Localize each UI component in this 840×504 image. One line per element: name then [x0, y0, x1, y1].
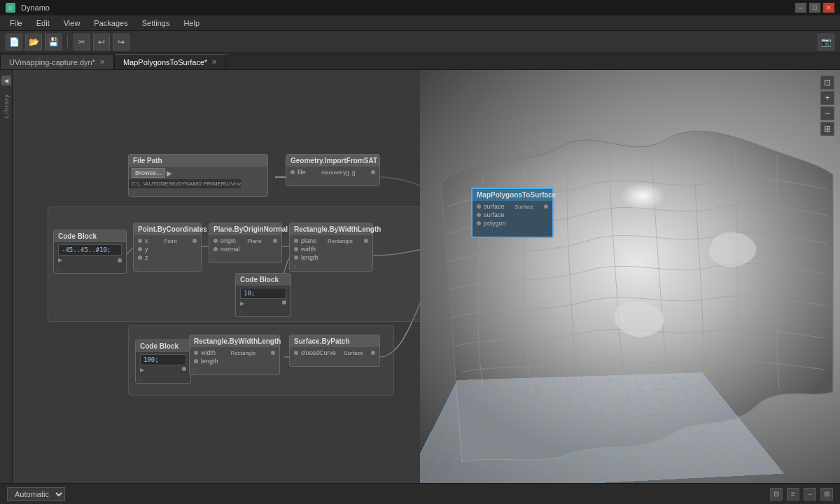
zoom-out-button[interactable]: − — [820, 106, 834, 120]
save-button[interactable]: 💾 — [45, 34, 62, 50]
sidebar-toggle-button[interactable]: ◀ — [1, 76, 11, 85]
viewport-3d: ⊡ + − ⊞ — [420, 70, 840, 483]
port-in-surface-1 — [477, 204, 481, 209]
rectangle-1-header: Rectangle.ByWidthLength — [290, 223, 372, 235]
menu-edit[interactable]: Edit — [29, 18, 57, 29]
port-in-width-1 — [294, 247, 298, 251]
menu-help[interactable]: Help — [176, 18, 206, 29]
surface-by-patch-header: Surface.ByPatch — [290, 335, 379, 347]
map-polygons-header: MapPolygonsToSurface — [472, 189, 552, 201]
point-body: x Point y z — [134, 235, 201, 263]
app-title: Dynamo — [21, 4, 790, 12]
new-button[interactable]: 📄 — [6, 34, 22, 50]
menu-file[interactable]: File — [3, 18, 29, 29]
toolbar-separator — [67, 35, 68, 49]
close-button[interactable]: ✕ — [823, 3, 834, 13]
minimize-button[interactable]: ─ — [795, 3, 806, 13]
port-in-closed-curve — [294, 351, 298, 355]
plane-header: Plane.ByOriginNormal — [209, 223, 281, 235]
redo-button[interactable]: ↪ — [113, 34, 130, 50]
open-button[interactable]: 📂 — [25, 34, 42, 50]
maximize-button[interactable]: □ — [809, 3, 820, 13]
map-polygons-node: MapPolygonsToSurface surface Surface sur… — [471, 188, 554, 238]
code-block-2-node: Code Block 10; ▶ □ — [235, 273, 291, 317]
code-block-2-footer: □ — [236, 309, 290, 316]
menu-settings[interactable]: Settings — [135, 18, 177, 29]
port-width-1-label: width — [301, 246, 316, 253]
port-z: z — [138, 254, 197, 261]
geometry-import-header: Geometry.ImportFromSAT — [286, 155, 379, 167]
menu-packages[interactable]: Packages — [87, 18, 134, 29]
code-block-2-body: 10; ▶ — [236, 286, 290, 309]
port-surface-1: surface Surface — [477, 203, 548, 210]
code-block-3-value: 100; — [140, 354, 186, 365]
surface-by-patch-node: Surface.ByPatch closedCurve Surface □ — [289, 335, 380, 367]
port-in-surface-2 — [477, 213, 481, 217]
surface-by-patch-body: closedCurve Surface — [290, 347, 379, 358]
cut-button[interactable]: ✂ — [74, 34, 90, 50]
library-label: Library — [3, 94, 10, 118]
file-path-header: File Path — [129, 155, 267, 167]
port-surface-1-label: surface — [484, 203, 505, 210]
geometry-footer: □··· — [286, 178, 379, 186]
tab-mappolygons-close[interactable]: ✕ — [211, 58, 217, 66]
status-icon-2[interactable]: ≡ — [787, 488, 799, 500]
camera-button[interactable]: 📷 — [818, 34, 834, 50]
port-in-file — [290, 170, 295, 174]
port-origin: origin Plane — [214, 237, 277, 244]
execution-mode-dropdown[interactable]: Automatic Manual — [7, 487, 65, 501]
tab-uvmapping-close[interactable]: ✕ — [99, 58, 105, 66]
rectangle-2-header: Rectangle.ByWidthLength — [190, 335, 279, 347]
menu-view[interactable]: View — [57, 18, 88, 29]
canvas[interactable]: File Path Browse... ▶ C:\...\AUTODESK\DY… — [13, 70, 840, 483]
tab-uvmapping[interactable]: UVmapping-capture.dyn* ✕ — [0, 54, 114, 69]
sidebar: ◀ Library — [0, 70, 13, 483]
status-icon-3[interactable]: → — [804, 488, 816, 500]
port-width-2: width Rectangle — [194, 349, 275, 356]
rectangle-1-footer: □ — [290, 263, 372, 271]
tab-bar: UVmapping-capture.dyn* ✕ MapPolygonsToSu… — [0, 53, 840, 70]
port-in-origin — [214, 239, 218, 243]
browse-button[interactable]: Browse... — [132, 168, 165, 178]
port-y-label: y — [145, 246, 148, 253]
undo-button[interactable]: ↩ — [93, 34, 110, 50]
plane-body: origin Plane normal — [209, 235, 281, 255]
port-out-point: Point — [164, 238, 176, 244]
port-in-x — [138, 239, 142, 243]
file-path-value: C:\...\AUTODESK\DYNAMO PRIMER\UVmapping_… — [129, 179, 241, 188]
fit-view-button[interactable]: ⊡ — [820, 76, 834, 90]
tab-mappolygons[interactable]: MapPolygonsToSurface* ✕ — [114, 54, 226, 69]
zoom-controls: ⊡ + − ⊞ — [820, 76, 834, 136]
port-surface-2-label: surface — [484, 211, 505, 218]
port-file: file Geometry[]..[] — [290, 169, 375, 176]
port-out-point-dot — [192, 239, 197, 243]
map-polygons-footer: □··· — [472, 229, 552, 237]
port-out-surface: Surface — [344, 350, 363, 356]
bottom-bar: Automatic Manual ⊟ ≡ → ⊞ — [0, 483, 840, 504]
code-block-3-header: Code Block — [136, 340, 190, 352]
port-in-length-1 — [294, 255, 298, 260]
surface-by-patch-footer: □ — [290, 358, 379, 366]
status-icon-4[interactable]: ⊞ — [820, 488, 833, 500]
port-out-surface-dot — [371, 351, 375, 355]
grid-button[interactable]: ⊞ — [820, 122, 834, 136]
port-closed-curve: closedCurve Surface — [294, 349, 375, 356]
app-icon: D — [6, 3, 15, 13]
code-block-2-value: 10; — [240, 288, 286, 299]
status-icon-1[interactable]: ⊟ — [770, 488, 783, 500]
port-normal: normal — [214, 246, 277, 253]
port-out-rect2: Rectangle — [230, 350, 255, 356]
code-block-3-node: Code Block 100; ▶ □ — [135, 340, 191, 384]
toolbar: 📄 📂 💾 ✂ ↩ ↪ 📷 — [0, 31, 840, 53]
code-block-3-out — [182, 367, 186, 371]
port-length-1: length — [294, 254, 368, 261]
tab-mappolygons-label: MapPolygonsToSurface* — [123, 58, 207, 66]
file-path-info: □ — [132, 189, 135, 195]
point-header: Point.ByCoordinates — [134, 223, 201, 235]
rectangle-2-node: Rectangle.ByWidthLength width Rectangle … — [189, 335, 280, 375]
port-in-z — [138, 255, 142, 260]
port-y: y — [138, 246, 197, 253]
plane-footer: □ — [209, 255, 281, 262]
zoom-in-button[interactable]: + — [820, 91, 834, 105]
port-plane: plane Rectangle — [294, 237, 368, 244]
